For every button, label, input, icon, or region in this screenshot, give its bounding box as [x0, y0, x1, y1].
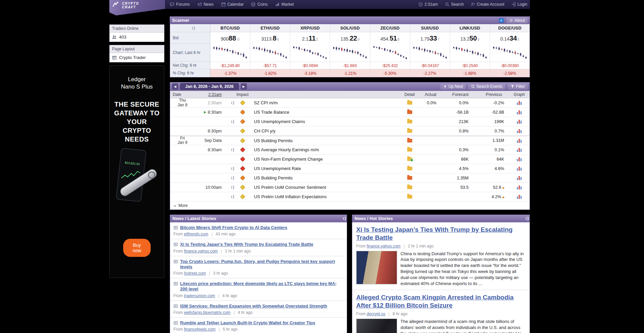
graph-icon[interactable]	[517, 119, 522, 124]
event-name[interactable]: US Prelim UoM Consumer Sentiment	[250, 185, 402, 190]
news-source-link[interactable]: etftrends.com	[184, 232, 208, 236]
traders-online-box[interactable]: 403	[109, 32, 164, 42]
pair-symbol[interactable]: SUI/USD	[410, 24, 450, 32]
news-audio-icon[interactable]	[340, 216, 344, 221]
news-source-link[interactable]: finance.yahoo.com	[184, 249, 218, 254]
calendar-event-row: 8:30am US Trade Balance	[170, 108, 530, 117]
folder-icon[interactable]	[407, 129, 412, 133]
pair-symbol[interactable]: BTC/USD	[210, 24, 250, 32]
scanner-enabled-checkbox[interactable]	[499, 18, 504, 23]
graph-icon[interactable]	[517, 148, 522, 152]
news-source-link[interactable]: tradersunion.com	[184, 293, 215, 298]
newspaper-icon	[173, 281, 178, 286]
nav-market[interactable]: Market	[275, 2, 294, 7]
graph-icon[interactable]	[517, 110, 522, 114]
news-icon	[197, 2, 202, 7]
pair-symbol[interactable]: DOGE/USD	[490, 24, 530, 32]
news-item-link[interactable]: Litecoin price prediction: More downside…	[180, 281, 343, 292]
latest-stories-list: Bitcoin Miners Shift From Crypto to AI D…	[170, 222, 347, 333]
news-audio-icon[interactable]	[523, 216, 527, 221]
folder-icon[interactable]	[407, 157, 412, 161]
filter-button[interactable]: Filter	[508, 84, 528, 90]
ledger-advertisement[interactable]: LedgerNano S Plus THE SECURE GATEWAY TO …	[109, 65, 164, 278]
pair-symbol[interactable]: XRP/USD	[290, 24, 330, 32]
nav-calendar-label: Calendar	[227, 2, 244, 7]
news-item-link[interactable]: Bitcoin Miners Shift From Crypto to AI D…	[180, 225, 287, 230]
folder-icon[interactable]	[407, 139, 412, 143]
pair-symbol[interactable]: ETH/USD	[250, 24, 290, 32]
folder-icon[interactable]	[407, 185, 412, 189]
calendar-time-header-link[interactable]: 2:31am	[208, 92, 222, 97]
up-next-button[interactable]: Up Next	[440, 84, 466, 90]
audio-alert-icon	[228, 176, 233, 180]
page-layout-selector[interactable]: Crypto Trader	[109, 53, 164, 62]
net-change-row-label: Net Chg: 6 hr	[170, 62, 210, 69]
buy-now-button[interactable]: Buy now	[123, 239, 151, 257]
news-item-link[interactable]: Xi Is Testing Japan's Ties With Trump by…	[180, 242, 313, 247]
event-name[interactable]: US Building Permits	[250, 175, 402, 180]
search-events-button[interactable]: Search Events	[468, 84, 505, 90]
news-item-link[interactable]: ISM Services: Resilient Expansion with S…	[180, 303, 327, 309]
graph-icon[interactable]	[517, 185, 522, 189]
event-graph-cell	[509, 166, 530, 171]
news-source-link[interactable]: wellsfargo.bluematrix.com	[184, 310, 230, 315]
event-name[interactable]: SZ CPI m/m	[250, 100, 402, 105]
site-logo[interactable]: CRYPTOCRAFT	[109, 0, 165, 15]
event-name[interactable]: US Average Hourly Earnings m/m	[250, 147, 402, 152]
event-impact-cell	[235, 129, 250, 133]
event-name[interactable]: US Building Permits	[250, 138, 402, 143]
event-name[interactable]: US Trade Balance	[250, 110, 402, 115]
pair-symbol[interactable]: SOL/USD	[330, 24, 370, 32]
nav-coins[interactable]: Coins	[251, 2, 268, 7]
graph-icon[interactable]	[517, 166, 522, 171]
create-account-button[interactable]: Create Account	[471, 2, 504, 7]
event-name[interactable]: US Non-Farm Employment Change	[250, 157, 402, 162]
story-thumbnail[interactable]	[356, 251, 397, 284]
folder-icon[interactable]	[407, 120, 412, 123]
folder-icon[interactable]	[407, 148, 412, 152]
hot-story-link[interactable]: Alleged Crypto Scam Kingpin Arrested in …	[356, 294, 514, 309]
next-day-button[interactable]	[241, 84, 247, 90]
graph-icon[interactable]	[517, 138, 522, 143]
scanner-about-button[interactable]: About	[506, 17, 528, 23]
calendar-more-button[interactable]: More	[170, 202, 530, 210]
graph-icon[interactable]	[517, 176, 522, 180]
graph-icon[interactable]	[517, 195, 522, 199]
event-graph-cell	[509, 138, 530, 143]
previous-day-button[interactable]	[172, 84, 178, 90]
story-thumbnail[interactable]	[356, 319, 397, 333]
news-source-link[interactable]: fxstreet.com	[184, 271, 206, 276]
event-forecast: -58.1B	[443, 110, 475, 115]
event-name[interactable]: US Unemployment Claims	[250, 119, 402, 124]
nav-calendar[interactable]: Calendar	[221, 2, 244, 7]
bid-row-label: Bid	[170, 32, 210, 44]
hot-story-source-link[interactable]: decrypt.co	[367, 312, 385, 316]
news-source-link[interactable]: financefeeds.com	[184, 327, 215, 332]
impact-icon	[240, 100, 245, 106]
nav-forums[interactable]: Forums	[170, 2, 190, 7]
pair-symbol[interactable]: LINK/USD	[450, 24, 490, 32]
top-navigation-bar: Forums News Calendar Coins Market 2:31am…	[109, 0, 530, 9]
latest-stories-title: News / Latest Stories	[172, 216, 216, 221]
graph-icon[interactable]	[517, 129, 522, 133]
folder-icon[interactable]	[407, 176, 412, 180]
pair-symbol[interactable]: ZEC/USD	[370, 24, 410, 32]
previous-column-header: Previous	[475, 92, 509, 97]
news-item-link[interactable]: Rumble and Tether Launch Built-In Crypto…	[180, 320, 315, 326]
folder-icon[interactable]	[407, 167, 412, 170]
folder-icon[interactable]	[407, 195, 412, 199]
login-button[interactable]: Login	[511, 2, 527, 7]
event-name[interactable]: US Unemployment Rate	[250, 166, 402, 171]
nav-news[interactable]: News	[197, 2, 214, 7]
search-button[interactable]: Search	[445, 2, 464, 7]
news-item-link[interactable]: Top Crypto Losers: Pump.fun, Story, and …	[180, 259, 343, 270]
pair-candlestick-chart	[330, 44, 370, 62]
hot-story-source-link[interactable]: finance.yahoo.com	[367, 244, 400, 248]
folder-icon[interactable]	[407, 101, 412, 105]
event-name[interactable]: CH CPI y/y	[250, 128, 402, 133]
graph-icon[interactable]	[517, 157, 522, 161]
hot-story-link[interactable]: Xi Is Testing Japan’s Ties With Trump by…	[356, 226, 513, 241]
graph-icon[interactable]	[517, 101, 522, 105]
folder-icon[interactable]	[407, 110, 412, 114]
event-name[interactable]: US Prelim UoM Inflation Expectations	[250, 194, 402, 199]
